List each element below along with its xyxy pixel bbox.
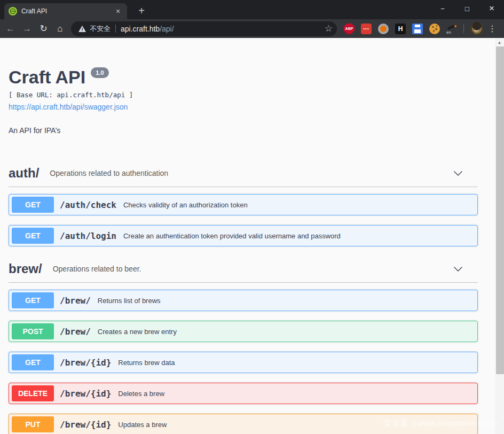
- endpoint-delete-brew-id[interactable]: DELETE /brew/{id} Deletes a brew: [9, 383, 478, 404]
- endpoint-path: /brew/: [60, 327, 91, 337]
- section-title: brew/: [9, 261, 42, 276]
- home-icon[interactable]: ⌂: [52, 21, 68, 37]
- window-controls: − □ ×: [430, 0, 504, 17]
- url-path: /api/: [160, 25, 174, 33]
- adblock-extension-icon[interactable]: ABP: [344, 24, 355, 34]
- method-badge: GET: [12, 292, 54, 308]
- endpoint-path: /auth/login: [60, 231, 116, 241]
- omnibox-divider: [115, 25, 116, 33]
- new-tab-button[interactable]: +: [135, 4, 148, 18]
- forward-icon[interactable]: →: [19, 21, 35, 37]
- chevron-down-icon[interactable]: [452, 167, 464, 179]
- operations-list: GET /auth/check Checks validity of an au…: [9, 194, 478, 246]
- base-url: [ Base URL: api.craft.htb/api ]: [9, 91, 478, 99]
- method-badge: GET: [12, 228, 54, 244]
- endpoint-summary: Returns brew data: [118, 359, 175, 367]
- tab-strip: Craft API × + − □ ×: [0, 0, 504, 19]
- back-icon[interactable]: ←: [2, 21, 19, 37]
- section-brew-header[interactable]: brew/ Operations related to beer.: [9, 261, 478, 283]
- endpoint-get-auth-check[interactable]: GET /auth/check Checks validity of an au…: [9, 194, 478, 215]
- method-badge: DELETE: [12, 385, 54, 401]
- endpoint-path: /brew/{id}: [60, 389, 111, 399]
- browser-tab[interactable]: Craft API ×: [4, 3, 127, 19]
- swagger-page: Craft API 1.0 [ Base URL: api.craft.htb/…: [0, 38, 504, 434]
- method-badge: POST: [12, 323, 54, 339]
- endpoint-path: /brew/{id}: [60, 420, 111, 430]
- endpoint-path: /brew/{id}: [60, 358, 111, 368]
- section-auth: auth/ Operations related to authenticati…: [9, 166, 478, 246]
- hackbar-extension-icon[interactable]: H: [395, 24, 406, 34]
- profile-avatar[interactable]: [470, 22, 484, 36]
- address-bar[interactable]: ! 不安全 api.craft.htb /api/ ☆: [71, 21, 337, 36]
- page-scrollbar[interactable]: ▲: [495, 38, 504, 434]
- swagger-json-link[interactable]: https://api.craft.htb/api/swagger.json: [9, 103, 128, 111]
- endpoint-summary: Returns list of brews: [98, 297, 161, 305]
- endpoint-summary: Updates a brew: [118, 421, 167, 429]
- section-auth-header[interactable]: auth/ Operations related to authenticati…: [9, 166, 478, 187]
- endpoint-summary: Create an authentication token provided …: [123, 232, 341, 240]
- chevron-down-icon[interactable]: [452, 263, 464, 275]
- endpoint-summary: Creates a new brew entry: [98, 328, 177, 336]
- section-description: Operations related to authentication: [50, 169, 452, 177]
- endpoint-path: /auth/check: [60, 200, 116, 210]
- browser-menu-icon[interactable]: ⋮: [485, 21, 500, 37]
- bookmark-star-icon[interactable]: ☆: [325, 23, 333, 34]
- window-maximize-button[interactable]: □: [455, 0, 479, 17]
- endpoint-summary: Deletes a brew: [118, 390, 164, 398]
- watermark: 安全客（www.anquanke.com）: [383, 418, 502, 429]
- toolbar-divider: [463, 24, 464, 33]
- section-description: Operations related to beer.: [53, 265, 452, 273]
- tab-title: Craft API: [21, 7, 113, 15]
- dots-extension-icon[interactable]: •••: [361, 24, 372, 34]
- endpoint-post-brew[interactable]: POST /brew/ Creates a new brew entry: [9, 321, 478, 342]
- version-badge: 1.0: [91, 67, 108, 78]
- recorder-extension-icon[interactable]: [378, 24, 389, 34]
- extensions-area: ABP ••• H en: [344, 24, 457, 34]
- security-label: 不安全: [90, 24, 111, 34]
- save-extension-icon[interactable]: [412, 24, 423, 34]
- endpoint-get-brew-list[interactable]: GET /brew/ Returns list of brews: [9, 290, 478, 311]
- page-content: Craft API 1.0 [ Base URL: api.craft.htb/…: [0, 38, 504, 434]
- browser-toolbar: ← → ↻ ⌂ ! 不安全 api.craft.htb /api/ ☆ ABP …: [0, 19, 504, 38]
- url-host: api.craft.htb: [121, 25, 160, 33]
- scrollbar-up-icon[interactable]: ▲: [495, 38, 504, 46]
- operations-list: GET /brew/ Returns list of brews POST /b…: [9, 290, 478, 434]
- section-brew: brew/ Operations related to beer. GET /b…: [9, 261, 478, 434]
- api-description: An API for IPA’s: [9, 126, 478, 135]
- page-title: Craft API: [9, 66, 85, 88]
- window-close-button[interactable]: ×: [479, 0, 504, 17]
- endpoint-summary: Checks validity of an authorization toke…: [123, 201, 248, 209]
- translate-extension-icon[interactable]: en: [446, 24, 457, 34]
- reload-icon[interactable]: ↻: [35, 21, 52, 37]
- endpoint-get-auth-login[interactable]: GET /auth/login Create an authentication…: [9, 225, 478, 246]
- not-secure-warning-icon[interactable]: !: [78, 26, 86, 32]
- cookie-extension-icon[interactable]: [429, 24, 440, 34]
- browser-window: Craft API × + − □ × ← → ↻ ⌂ ! 不安全 api.cr…: [0, 0, 504, 434]
- site-favicon-icon: [9, 7, 17, 15]
- window-minimize-button[interactable]: −: [430, 0, 455, 17]
- scrollbar-thumb[interactable]: [496, 46, 504, 374]
- api-title-block: Craft API 1.0: [9, 66, 478, 88]
- method-badge: PUT: [12, 416, 54, 432]
- endpoint-path: /brew/: [60, 296, 91, 306]
- section-title: auth/: [9, 166, 39, 181]
- method-badge: GET: [12, 354, 54, 370]
- method-badge: GET: [12, 197, 54, 213]
- tab-close-icon[interactable]: ×: [113, 6, 123, 16]
- endpoint-get-brew-id[interactable]: GET /brew/{id} Returns brew data: [9, 352, 478, 373]
